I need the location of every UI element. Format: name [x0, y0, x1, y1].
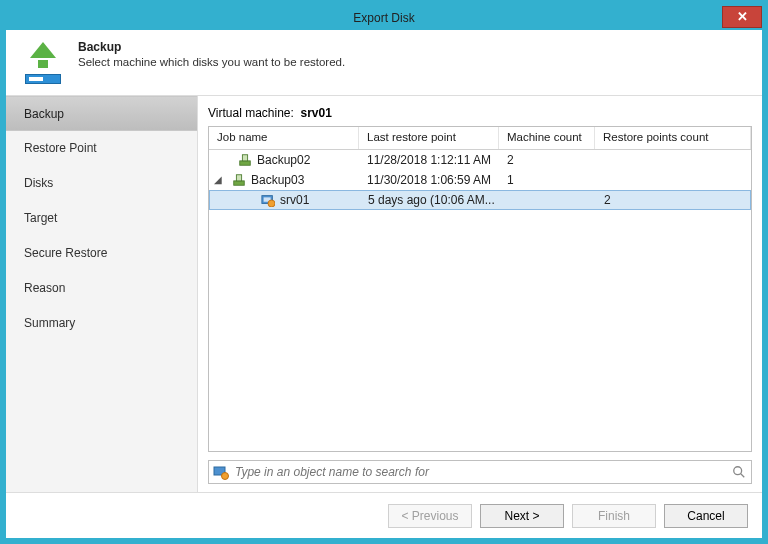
- row-mc: 1: [499, 170, 595, 190]
- row-lrp: 5 days ago (10:06 AM...: [360, 191, 500, 209]
- page-subtitle: Select machine which disks you want to b…: [78, 56, 345, 68]
- main-panel: Virtual machine: srv01 Job name Last res…: [198, 96, 762, 492]
- wizard-body: Backup Restore Point Disks Target Secure…: [6, 96, 762, 492]
- window-title: Export Disk: [353, 11, 414, 25]
- next-button[interactable]: Next >: [480, 504, 564, 528]
- sidebar-item-restore-point[interactable]: Restore Point: [6, 131, 197, 166]
- sidebar-item-backup[interactable]: Backup: [6, 96, 197, 131]
- previous-button: < Previous: [388, 504, 472, 528]
- svg-line-10: [741, 474, 745, 478]
- wizard-steps: Backup Restore Point Disks Target Secure…: [6, 96, 198, 492]
- row-lrp: 11/28/2018 1:12:11 AM: [359, 150, 499, 170]
- svg-rect-1: [242, 155, 247, 161]
- expander-icon[interactable]: ◢: [213, 170, 223, 190]
- svg-rect-3: [236, 175, 241, 181]
- col-job-name[interactable]: Job name: [209, 127, 359, 149]
- vm-search-icon: [213, 464, 229, 480]
- svg-rect-2: [234, 181, 245, 185]
- titlebar: Export Disk ✕: [6, 6, 762, 30]
- search-input[interactable]: [235, 465, 725, 479]
- row-rpc: 2: [596, 191, 750, 209]
- sidebar-item-target[interactable]: Target: [6, 201, 197, 236]
- cancel-button[interactable]: Cancel: [664, 504, 748, 528]
- svg-point-6: [268, 200, 275, 207]
- row-rpc: [595, 150, 751, 170]
- row-mc: [500, 191, 596, 209]
- row-name: Backup02: [257, 150, 310, 170]
- grid-body: Backup02 11/28/2018 1:12:11 AM 2 ◢: [209, 150, 751, 451]
- arrow-up-icon: [30, 42, 56, 58]
- col-machine-count[interactable]: Machine count: [499, 127, 595, 149]
- virtual-machine-name: srv01: [301, 106, 332, 120]
- row-rpc: [595, 170, 751, 190]
- sidebar-item-reason[interactable]: Reason: [6, 271, 197, 306]
- close-button[interactable]: ✕: [722, 6, 762, 28]
- wizard-icon: [20, 40, 66, 86]
- vm-icon: [260, 193, 276, 207]
- row-name: srv01: [280, 191, 309, 209]
- grid-header: Job name Last restore point Machine coun…: [209, 127, 751, 150]
- col-last-restore-point[interactable]: Last restore point: [359, 127, 499, 149]
- svg-point-8: [222, 473, 229, 480]
- table-row[interactable]: ◢ Backup03 11/30/2018 1:06:59 AM 1: [209, 170, 751, 190]
- table-row[interactable]: srv01 5 days ago (10:06 AM... 2: [209, 190, 751, 210]
- col-restore-points-count[interactable]: Restore points count: [595, 127, 751, 149]
- virtual-machine-label: Virtual machine: srv01: [208, 106, 752, 120]
- close-icon: ✕: [737, 5, 748, 29]
- page-title: Backup: [78, 40, 345, 54]
- backup-grid: Job name Last restore point Machine coun…: [208, 126, 752, 452]
- search-icon[interactable]: [731, 464, 747, 480]
- sidebar-item-disks[interactable]: Disks: [6, 166, 197, 201]
- window-frame: Export Disk ✕ Backup Select machine whic…: [0, 0, 768, 544]
- row-name: Backup03: [251, 170, 304, 190]
- table-row[interactable]: Backup02 11/28/2018 1:12:11 AM 2: [209, 150, 751, 170]
- wizard-footer: < Previous Next > Finish Cancel: [6, 492, 762, 538]
- row-mc: 2: [499, 150, 595, 170]
- sidebar-item-secure-restore[interactable]: Secure Restore: [6, 236, 197, 271]
- wizard-header: Backup Select machine which disks you wa…: [6, 30, 762, 96]
- svg-rect-0: [240, 161, 251, 165]
- window-body: Backup Select machine which disks you wa…: [6, 30, 762, 538]
- finish-button: Finish: [572, 504, 656, 528]
- svg-point-9: [734, 467, 742, 475]
- row-lrp: 11/30/2018 1:06:59 AM: [359, 170, 499, 190]
- sidebar-item-summary[interactable]: Summary: [6, 306, 197, 341]
- backup-job-icon: [231, 173, 247, 187]
- search-box: [208, 460, 752, 484]
- backup-job-icon: [237, 153, 253, 167]
- disk-icon: [25, 74, 61, 84]
